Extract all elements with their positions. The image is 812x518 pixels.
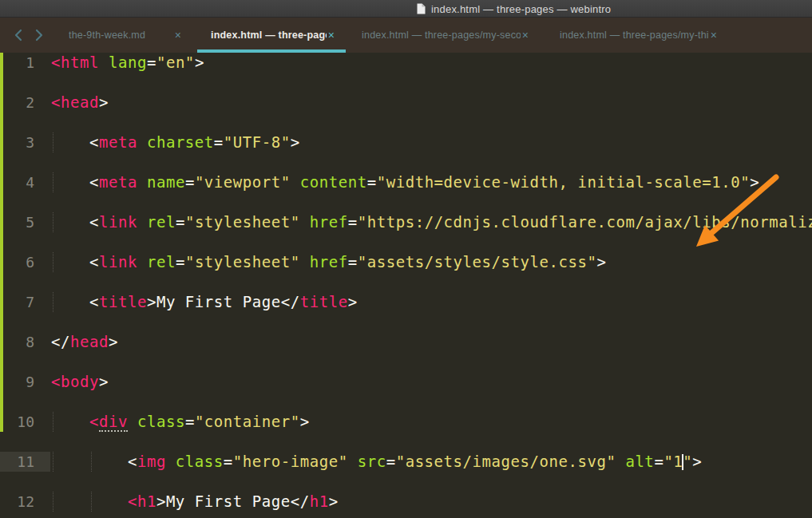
code-token: link [99,253,137,271]
code-token: < [51,173,99,191]
code-token: > [300,413,310,430]
line-number: 3 [0,132,34,152]
code-editor[interactable]: 1<html lang="en">2<head>3 <meta charset=… [0,53,812,518]
code-token: href [300,213,348,231]
code-token: = [185,413,195,430]
code-text: <body> [51,372,109,392]
code-token: = [367,173,377,191]
code-token: <body [51,373,99,390]
tab-bar: the-9th-week.md×index.html — three-pages… [0,18,812,53]
code-token: "width=device-width, initial-scale=1.0" [377,173,751,191]
code-token: "UTF-8" [224,133,291,151]
tab-1[interactable]: the-9th-week.md× [53,18,192,53]
code-text: <title>My First Page</title> [51,292,358,312]
titlebar: index.html — three-pages — webintro [0,0,812,18]
code-token: title [99,293,147,310]
code-token: = [214,133,224,151]
code-token: = [176,213,185,231]
code-token: "stylesheet" [185,253,300,271]
code-line[interactable]: 4 <meta name="viewport" content="width=d… [0,172,812,192]
line-number: 12 [0,492,34,512]
line-number: 6 [0,252,34,272]
code-line[interactable]: 3 <meta charset="UTF-8"> [0,132,812,152]
code-text: </head> [51,332,118,352]
code-token: alt [616,453,654,470]
line-number: 8 [0,332,34,352]
code-line[interactable]: 10 <div class="container"> [0,412,812,432]
tab-2[interactable]: index.html — three-pages× [197,18,346,53]
code-line[interactable]: 11 <img class="hero-image" src="assets/i… [0,452,812,472]
code-line[interactable]: 5 <link rel="stylesheet" href="https://c… [0,212,812,232]
code-token: "hero-image" [233,453,348,470]
line-number: 1 [0,53,34,73]
forward-button[interactable] [34,26,45,45]
code-token: name [137,173,185,191]
code-line[interactable]: 6 <link rel="stylesheet" href="assets/st… [0,252,812,272]
code-token: = [386,453,396,470]
close-icon[interactable]: × [521,30,530,41]
tab-label: index.html — three-pages [211,30,327,41]
code-token: title [300,293,348,310]
back-arrow-icon [14,29,22,42]
close-icon[interactable]: × [327,30,336,41]
code-token: charset [137,133,214,151]
code-token: = [147,53,156,71]
document-icon [417,3,426,14]
code-token: <html [51,53,99,71]
code-token: meta [99,133,137,151]
code-token: rel [137,213,176,231]
code-token: < [51,293,99,310]
code-token: "assets/styles/style.css" [358,253,597,271]
code-token: "https://cdnjs.cloudflare.com/ajax/libs/… [358,213,812,231]
code-token: "1 [663,453,683,470]
code-token: src [348,453,386,470]
close-icon[interactable]: × [709,30,719,41]
tab-3[interactable]: index.html — three-pages/my-second-page× [351,18,540,53]
line-number: 11 [0,452,34,472]
code-token: " [683,453,692,470]
code-token: h1 [310,492,329,510]
code-token: href [300,253,348,271]
line-number: 2 [0,93,34,113]
code-text: <head> [51,93,109,113]
code-text: <link rel="stylesheet" href="https://cdn… [51,212,812,232]
code-token: class [166,453,224,470]
code-line[interactable]: 2<head> [0,93,812,113]
code-token: > [99,93,109,111]
back-button[interactable] [13,26,24,45]
code-text: <meta name="viewport" content="width=dev… [51,172,759,192]
code-text: <link rel="stylesheet" href="assets/styl… [51,252,606,272]
code-line[interactable]: 8</head> [0,332,812,352]
forward-arrow-icon [35,29,43,42]
code-token [51,413,89,430]
close-icon[interactable]: × [173,30,183,41]
line-number: 5 [0,212,34,232]
tab-label: index.html — three-pages/my-third-page [560,30,709,41]
code-token: = [654,453,663,470]
code-token: > [348,293,358,310]
code-text: <img class="hero-image" src="assets/imag… [51,452,702,472]
code-token: = [185,173,195,191]
code-token: > [596,253,606,271]
code-token: "en" [156,53,195,71]
code-token: div [99,413,128,432]
code-line[interactable]: 12 <h1>My First Page</h1> [0,492,812,512]
code-token: "viewport" [195,173,291,191]
line-number: 10 [0,412,34,432]
titlebar-content: index.html — three-pages — webintro [417,0,611,18]
code-line[interactable]: 1<html lang="en"> [0,53,812,73]
code-token: < [51,133,99,151]
line-number: 4 [0,172,34,192]
code-token: >My First Page</ [156,492,310,510]
tab-label: the-9th-week.md [69,30,145,41]
code-token: content [291,173,367,191]
code-token: >My First Page</ [147,293,300,310]
code-line[interactable]: 9<body> [0,372,812,392]
code-token: = [224,453,233,470]
code-line[interactable]: 7 <title>My First Page</title> [0,292,812,312]
code-token: "stylesheet" [185,213,300,231]
code-text: <html lang="en"> [51,53,204,73]
code-token: "container" [195,413,300,430]
tab-4[interactable]: index.html — three-pages/my-third-page× [549,18,728,53]
tab-label: index.html — three-pages/my-second-page [362,30,521,41]
